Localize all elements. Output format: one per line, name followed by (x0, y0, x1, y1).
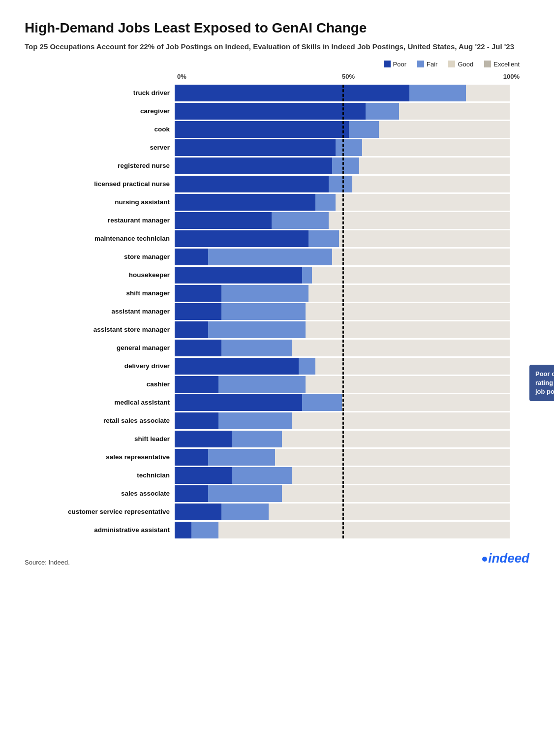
bar-row: caregiver (25, 103, 529, 120)
bar-row: customer service representative (25, 504, 529, 520)
bar-container (175, 176, 510, 192)
bar-container (175, 485, 510, 502)
bar-segment-poor (175, 449, 208, 466)
bar-segment-poor (175, 340, 221, 356)
bar-segment-poor (175, 230, 308, 247)
bar-container (175, 303, 510, 320)
bar-segment-fair (221, 303, 305, 320)
bar-segment-fair (208, 485, 282, 502)
bar-label: cook (25, 126, 175, 133)
bar-label: technician (25, 472, 175, 479)
bar-segment-poor (175, 267, 302, 284)
bar-row: general manager (25, 340, 529, 356)
bar-segment-poor (175, 139, 336, 156)
bar-label: sales associate (25, 490, 175, 497)
bar-row: sales associate (25, 485, 529, 502)
bar-row: licensed practical nurse (25, 176, 529, 192)
bar-label: sales representative (25, 453, 175, 461)
bar-segment-fair (336, 139, 362, 156)
bar-label: assistant store manager (25, 326, 175, 333)
bar-label: maintenance technician (25, 235, 175, 242)
bar-segment-poor (175, 212, 272, 229)
bar-row: medical assistantPoor or fair GenAI rati… (25, 394, 529, 411)
bar-row: store manager (25, 249, 529, 265)
bar-container (175, 139, 510, 156)
bar-segment-poor (175, 158, 332, 174)
bar-segment-fair (218, 376, 306, 393)
bar-segment-fair (208, 249, 332, 265)
bar-container (175, 504, 510, 520)
bar-segment-fair (315, 194, 336, 211)
bar-row: technician (25, 467, 529, 484)
bar-segment-fair (308, 230, 339, 247)
bar-container (175, 321, 510, 338)
bar-container (175, 449, 510, 466)
bar-row: shift leader (25, 431, 529, 447)
bar-segment-fair (332, 158, 359, 174)
bar-segment-fair (272, 212, 329, 229)
bar-row: maintenance technician (25, 230, 529, 247)
legend-item-poor: Poor (384, 61, 406, 68)
bar-segment-poor (175, 431, 232, 447)
bar-row: cashier (25, 376, 529, 393)
bar-row: housekeeper (25, 267, 529, 284)
legend-item-excellent: Excellent (484, 61, 520, 68)
bar-segment-poor (175, 285, 221, 302)
annotation-box: Poor or fair GenAI rating in the average… (529, 365, 554, 402)
legend-item-good: Good (448, 61, 473, 68)
bar-segment-poor (175, 103, 366, 120)
bar-segment-poor (175, 176, 329, 192)
bar-label: registered nurse (25, 162, 175, 169)
bar-label: housekeeper (25, 271, 175, 279)
bar-container (175, 249, 510, 265)
bar-label: cashier (25, 380, 175, 388)
bar-container (175, 522, 510, 538)
bar-segment-poor (175, 121, 349, 138)
bar-container (175, 285, 510, 302)
bar-container (175, 85, 510, 101)
bar-segment-poor (175, 412, 218, 429)
bar-segment-fair (329, 176, 352, 192)
indeed-logo: indeed (482, 551, 529, 566)
bar-container (175, 412, 510, 429)
bar-row: administrative assistant (25, 522, 529, 538)
bar-segment-poor (175, 504, 221, 520)
bar-row: shift manager (25, 285, 529, 302)
bar-label: delivery driver (25, 362, 175, 370)
bar-label: restaurant manager (25, 217, 175, 224)
bar-row: server (25, 139, 529, 156)
bar-segment-fair (218, 412, 292, 429)
bar-label: general manager (25, 344, 175, 351)
bar-label: assistant manager (25, 308, 175, 315)
bar-container (175, 267, 510, 284)
bar-row: truck driver (25, 85, 529, 101)
bar-label: truck driver (25, 89, 175, 96)
bar-segment-poor (175, 376, 218, 393)
bar-segment-poor (175, 485, 208, 502)
bar-segment-poor (175, 249, 208, 265)
bar-row: sales representative (25, 449, 529, 466)
bar-segment-fair (221, 340, 292, 356)
bar-segment-fair (221, 285, 308, 302)
bar-label: retail sales associate (25, 417, 175, 424)
bar-segment-fair (299, 358, 315, 375)
bar-label: shift manager (25, 289, 175, 297)
bar-label: medical assistant (25, 399, 175, 406)
bar-segment-poor (175, 194, 315, 211)
bar-row: registered nurse (25, 158, 529, 174)
bar-container (175, 394, 510, 411)
bar-segment-fair (302, 394, 342, 411)
bar-container (175, 121, 510, 138)
bar-segment-fair (208, 321, 305, 338)
bar-row: retail sales associate (25, 412, 529, 429)
all-bars: truck drivercaregivercookserverregistere… (25, 85, 529, 540)
bar-segment-poor (175, 467, 232, 484)
source-label: Source: Indeed. (25, 559, 70, 566)
bar-label: administrative assistant (25, 526, 175, 534)
bar-segment-poor (175, 321, 208, 338)
bar-container (175, 358, 510, 375)
bar-segment-poor (175, 522, 191, 538)
chart-title: High-Demand Jobs Least Exposed to GenAI … (25, 20, 529, 36)
bar-container (175, 376, 510, 393)
bar-container (175, 212, 510, 229)
